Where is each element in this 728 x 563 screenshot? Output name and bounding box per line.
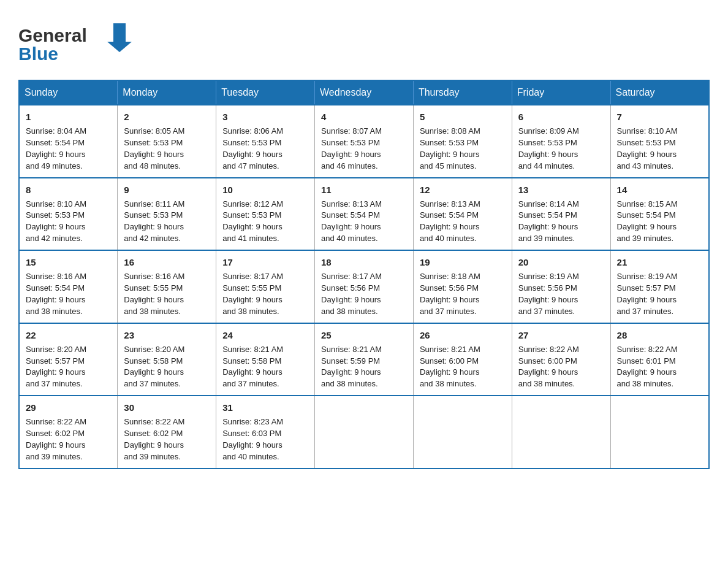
calendar-cell: 29Sunrise: 8:22 AMSunset: 6:02 PMDayligh… — [19, 396, 118, 469]
day-info: Sunrise: 8:22 AMSunset: 6:02 PMDaylight:… — [124, 417, 184, 461]
calendar-cell: 10Sunrise: 8:12 AMSunset: 5:53 PMDayligh… — [216, 178, 315, 251]
day-info: Sunrise: 8:06 AMSunset: 5:53 PMDaylight:… — [222, 126, 283, 170]
day-info: Sunrise: 8:11 AMSunset: 5:53 PMDaylight:… — [124, 199, 184, 243]
day-number: 5 — [420, 110, 506, 123]
day-info: Sunrise: 8:20 AMSunset: 5:57 PMDaylight:… — [26, 345, 86, 389]
day-number: 18 — [321, 256, 407, 269]
calendar-cell: 24Sunrise: 8:21 AMSunset: 5:58 PMDayligh… — [216, 323, 315, 396]
calendar-cell — [512, 396, 610, 469]
calendar-cell: 4Sunrise: 8:07 AMSunset: 5:53 PMDaylight… — [315, 105, 414, 178]
day-number: 1 — [26, 110, 111, 123]
day-info: Sunrise: 8:13 AMSunset: 5:54 PMDaylight:… — [420, 199, 480, 243]
day-number: 31 — [222, 401, 308, 414]
day-number: 10 — [222, 183, 308, 196]
day-number: 4 — [321, 110, 407, 123]
calendar-cell — [610, 396, 709, 469]
svg-marker-1 — [107, 23, 132, 52]
calendar-week-row: 29Sunrise: 8:22 AMSunset: 6:02 PMDayligh… — [19, 396, 709, 469]
calendar-week-row: 1Sunrise: 8:04 AMSunset: 5:54 PMDaylight… — [19, 105, 709, 178]
svg-text:General: General — [18, 25, 87, 45]
day-info: Sunrise: 8:19 AMSunset: 5:56 PMDaylight:… — [518, 272, 579, 316]
day-header-saturday: Saturday — [610, 80, 709, 105]
calendar-cell: 12Sunrise: 8:13 AMSunset: 5:54 PMDayligh… — [413, 178, 512, 251]
calendar-cell: 17Sunrise: 8:17 AMSunset: 5:55 PMDayligh… — [216, 250, 315, 323]
calendar-week-row: 15Sunrise: 8:16 AMSunset: 5:54 PMDayligh… — [19, 250, 709, 323]
calendar-cell — [413, 396, 512, 469]
calendar-cell: 16Sunrise: 8:16 AMSunset: 5:55 PMDayligh… — [118, 250, 216, 323]
day-number: 22 — [26, 329, 111, 342]
day-number: 15 — [26, 256, 111, 269]
day-info: Sunrise: 8:17 AMSunset: 5:55 PMDaylight:… — [222, 272, 283, 316]
days-header-row: SundayMondayTuesdayWednesdayThursdayFrid… — [19, 80, 709, 105]
day-info: Sunrise: 8:13 AMSunset: 5:54 PMDaylight:… — [321, 199, 382, 243]
day-info: Sunrise: 8:12 AMSunset: 5:53 PMDaylight:… — [222, 199, 283, 243]
day-number: 20 — [518, 256, 604, 269]
day-info: Sunrise: 8:17 AMSunset: 5:56 PMDaylight:… — [321, 272, 382, 316]
day-number: 13 — [518, 183, 604, 196]
day-info: Sunrise: 8:05 AMSunset: 5:53 PMDaylight:… — [124, 126, 184, 170]
calendar-cell: 21Sunrise: 8:19 AMSunset: 5:57 PMDayligh… — [610, 250, 709, 323]
day-number: 28 — [617, 329, 702, 342]
calendar-header: SundayMondayTuesdayWednesdayThursdayFrid… — [19, 80, 709, 105]
page-header: General Blue — [18, 18, 710, 67]
day-info: Sunrise: 8:21 AMSunset: 5:58 PMDaylight:… — [222, 345, 283, 389]
day-number: 8 — [26, 183, 111, 196]
day-info: Sunrise: 8:22 AMSunset: 6:01 PMDaylight:… — [617, 345, 678, 389]
day-number: 12 — [420, 183, 506, 196]
day-header-sunday: Sunday — [19, 80, 118, 105]
day-number: 19 — [420, 256, 506, 269]
day-header-monday: Monday — [118, 80, 216, 105]
calendar-cell: 8Sunrise: 8:10 AMSunset: 5:53 PMDaylight… — [19, 178, 118, 251]
calendar-cell: 2Sunrise: 8:05 AMSunset: 5:53 PMDaylight… — [118, 105, 216, 178]
calendar-week-row: 8Sunrise: 8:10 AMSunset: 5:53 PMDaylight… — [19, 178, 709, 251]
calendar-cell: 6Sunrise: 8:09 AMSunset: 5:53 PMDaylight… — [512, 105, 610, 178]
day-number: 23 — [124, 329, 210, 342]
day-header-wednesday: Wednesday — [315, 80, 414, 105]
day-info: Sunrise: 8:10 AMSunset: 5:53 PMDaylight:… — [26, 199, 86, 243]
day-number: 17 — [222, 256, 308, 269]
day-info: Sunrise: 8:16 AMSunset: 5:55 PMDaylight:… — [124, 272, 184, 316]
day-number: 14 — [617, 183, 702, 196]
day-header-friday: Friday — [512, 80, 610, 105]
day-info: Sunrise: 8:10 AMSunset: 5:53 PMDaylight:… — [617, 126, 678, 170]
day-number: 21 — [617, 256, 702, 269]
calendar-week-row: 22Sunrise: 8:20 AMSunset: 5:57 PMDayligh… — [19, 323, 709, 396]
calendar-cell: 3Sunrise: 8:06 AMSunset: 5:53 PMDaylight… — [216, 105, 315, 178]
calendar-cell: 13Sunrise: 8:14 AMSunset: 5:54 PMDayligh… — [512, 178, 610, 251]
calendar-cell — [315, 396, 414, 469]
calendar-cell: 31Sunrise: 8:23 AMSunset: 6:03 PMDayligh… — [216, 396, 315, 469]
calendar-cell: 19Sunrise: 8:18 AMSunset: 5:56 PMDayligh… — [413, 250, 512, 323]
day-info: Sunrise: 8:18 AMSunset: 5:56 PMDaylight:… — [420, 272, 480, 316]
day-header-thursday: Thursday — [413, 80, 512, 105]
day-info: Sunrise: 8:04 AMSunset: 5:54 PMDaylight:… — [26, 126, 86, 170]
day-info: Sunrise: 8:15 AMSunset: 5:54 PMDaylight:… — [617, 199, 678, 243]
calendar-cell: 27Sunrise: 8:22 AMSunset: 6:00 PMDayligh… — [512, 323, 610, 396]
day-header-tuesday: Tuesday — [216, 80, 315, 105]
day-info: Sunrise: 8:23 AMSunset: 6:03 PMDaylight:… — [222, 417, 283, 461]
logo-svg: General Blue — [18, 18, 135, 67]
calendar-cell: 15Sunrise: 8:16 AMSunset: 5:54 PMDayligh… — [19, 250, 118, 323]
calendar-cell: 9Sunrise: 8:11 AMSunset: 5:53 PMDaylight… — [118, 178, 216, 251]
logo: General Blue — [18, 18, 135, 67]
calendar-cell: 5Sunrise: 8:08 AMSunset: 5:53 PMDaylight… — [413, 105, 512, 178]
day-info: Sunrise: 8:20 AMSunset: 5:58 PMDaylight:… — [124, 345, 184, 389]
day-number: 3 — [222, 110, 308, 123]
day-number: 24 — [222, 329, 308, 342]
calendar-cell: 1Sunrise: 8:04 AMSunset: 5:54 PMDaylight… — [19, 105, 118, 178]
calendar-cell: 26Sunrise: 8:21 AMSunset: 6:00 PMDayligh… — [413, 323, 512, 396]
day-info: Sunrise: 8:09 AMSunset: 5:53 PMDaylight:… — [518, 126, 579, 170]
day-number: 30 — [124, 401, 210, 414]
calendar-cell: 7Sunrise: 8:10 AMSunset: 5:53 PMDaylight… — [610, 105, 709, 178]
calendar-cell: 25Sunrise: 8:21 AMSunset: 5:59 PMDayligh… — [315, 323, 414, 396]
calendar-cell: 22Sunrise: 8:20 AMSunset: 5:57 PMDayligh… — [19, 323, 118, 396]
calendar-cell: 20Sunrise: 8:19 AMSunset: 5:56 PMDayligh… — [512, 250, 610, 323]
day-info: Sunrise: 8:22 AMSunset: 6:00 PMDaylight:… — [518, 345, 579, 389]
calendar-table: SundayMondayTuesdayWednesdayThursdayFrid… — [18, 80, 710, 469]
day-info: Sunrise: 8:14 AMSunset: 5:54 PMDaylight:… — [518, 199, 579, 243]
day-info: Sunrise: 8:22 AMSunset: 6:02 PMDaylight:… — [26, 417, 86, 461]
day-number: 6 — [518, 110, 604, 123]
calendar-body: 1Sunrise: 8:04 AMSunset: 5:54 PMDaylight… — [19, 105, 709, 469]
calendar-cell: 18Sunrise: 8:17 AMSunset: 5:56 PMDayligh… — [315, 250, 414, 323]
day-info: Sunrise: 8:21 AMSunset: 5:59 PMDaylight:… — [321, 345, 382, 389]
svg-text:Blue: Blue — [18, 44, 58, 64]
